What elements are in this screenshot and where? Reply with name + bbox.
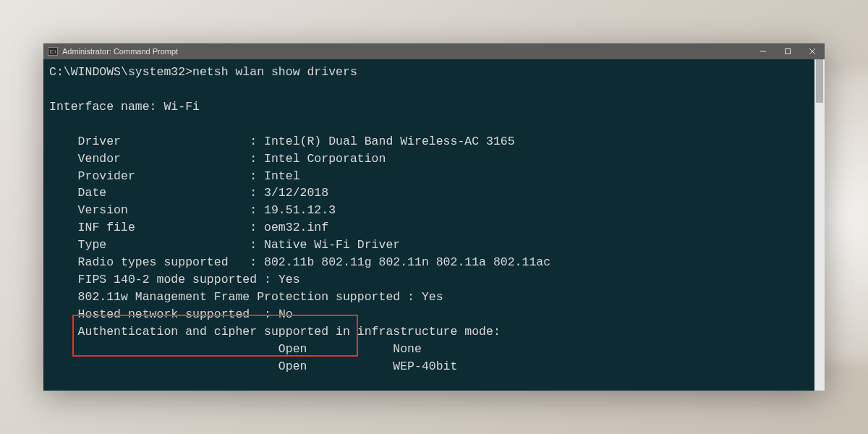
- output-row: Open WEP-40bit: [49, 359, 457, 373]
- interface-line: Interface name: Wi-Fi: [49, 100, 200, 114]
- output-row: Radio types supported : 802.11b 802.11g …: [49, 255, 550, 269]
- console-output[interactable]: C:\WINDOWS\system32>netsh wlan show driv…: [43, 59, 825, 391]
- command-text: netsh wlan show drivers: [192, 65, 357, 79]
- output-row: Open None: [49, 342, 422, 356]
- output-row: Provider : Intel: [49, 169, 300, 183]
- scrollbar[interactable]: [814, 59, 825, 391]
- output-row: Date : 3/12/2018: [49, 186, 328, 200]
- output-row: Hosted network supported : No: [49, 307, 293, 321]
- output-row: Vendor : Intel Corporation: [49, 152, 386, 166]
- window-title: Administrator: Command Prompt: [62, 47, 178, 56]
- close-button[interactable]: [800, 43, 825, 59]
- svg-rect-1: [786, 49, 791, 54]
- scrollbar-thumb[interactable]: [816, 59, 823, 103]
- output-row: Driver : Intel(R) Dual Band Wireless-AC …: [49, 135, 515, 148]
- maximize-button[interactable]: [775, 43, 800, 59]
- output-row: 802.11w Management Frame Protection supp…: [49, 290, 443, 304]
- output-row: Type : Native Wi-Fi Driver: [49, 238, 400, 252]
- output-row: FIPS 140-2 mode supported : Yes: [49, 273, 300, 286]
- titlebar[interactable]: C:\ Administrator: Command Prompt: [43, 43, 825, 59]
- minimize-button[interactable]: [751, 43, 775, 59]
- output-row: Authentication and cipher supported in i…: [49, 325, 501, 339]
- output-row: Version : 19.51.12.3: [49, 203, 336, 217]
- command-prompt-window: C:\ Administrator: Command Prompt C:\WIN…: [43, 43, 825, 391]
- app-icon: C:\: [48, 47, 58, 56]
- output-row: INF file : oem32.inf: [49, 221, 328, 234]
- prompt-text: C:\WINDOWS\system32>: [49, 65, 192, 79]
